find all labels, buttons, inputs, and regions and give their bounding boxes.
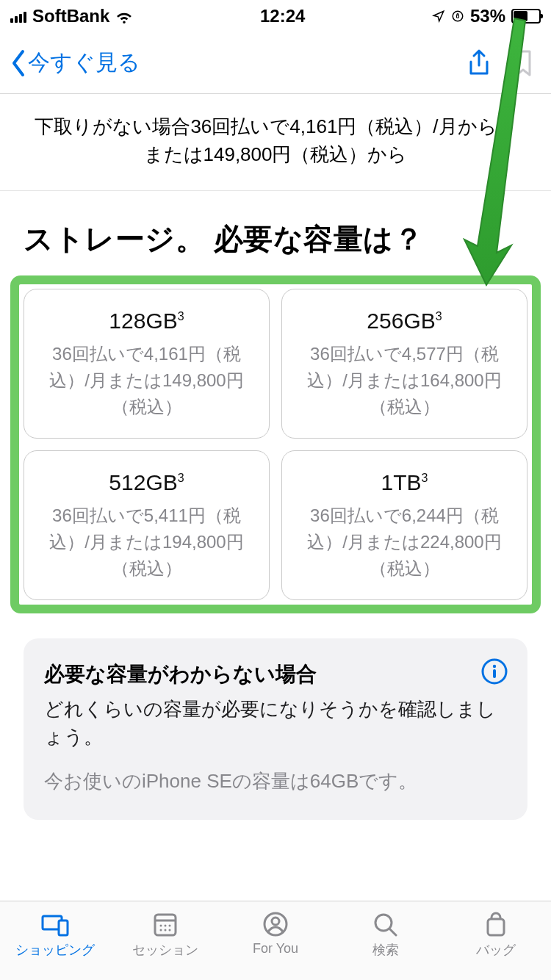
svg-point-14 <box>169 929 171 932</box>
status-left: SoftBank <box>10 6 133 26</box>
storage-help-panel[interactable]: 必要な容量がわからない場合 どれくらいの容量が必要になりそうかを確認しましょう。… <box>24 638 527 820</box>
back-label: 今すぐ見る <box>28 48 140 78</box>
rotation-lock-icon <box>451 10 464 23</box>
storage-capacity: 512GB <box>109 470 177 494</box>
info-icon <box>480 657 508 685</box>
battery-icon <box>511 9 541 24</box>
storage-option-1tb[interactable]: 1TB3 36回払いで6,244円（税込）/月または224,800円（税込） <box>281 450 527 600</box>
person-circle-icon <box>261 910 290 938</box>
pricing-banner: 下取りがない場合36回払いで4,161円（税込）/月から、または149,800円… <box>0 94 551 191</box>
status-bar: SoftBank 12:24 53% <box>0 0 551 32</box>
storage-footnote: 3 <box>436 310 442 323</box>
location-icon <box>432 10 445 23</box>
storage-option-256gb[interactable]: 256GB3 36回払いで4,577円（税込）/月または164,800円（税込） <box>281 289 527 439</box>
storage-desc: 36回払いで4,577円（税込）/月または164,800円（税込） <box>292 341 516 420</box>
chevron-left-icon <box>9 48 28 78</box>
tab-bag[interactable]: バッグ <box>441 910 551 959</box>
bag-icon <box>481 910 511 938</box>
status-time: 12:24 <box>260 6 305 26</box>
info-body: どれくらいの容量が必要になりそうかを確認しましょう。 <box>44 696 507 751</box>
calendar-icon <box>151 910 180 938</box>
storage-capacity: 256GB <box>367 309 435 333</box>
tab-label: セッション <box>132 941 198 959</box>
carrier-label: SoftBank <box>32 6 109 26</box>
cellular-signal-icon <box>10 10 26 23</box>
storage-footnote: 3 <box>178 310 184 323</box>
tab-for-you[interactable]: For You <box>220 910 331 956</box>
section-title: ストレージ。 必要な容量は？ <box>0 191 551 275</box>
wifi-icon <box>115 7 133 25</box>
share-icon[interactable] <box>466 48 492 78</box>
search-icon <box>371 910 400 938</box>
back-button[interactable]: 今すぐ見る <box>9 48 140 78</box>
storage-footnote: 3 <box>178 472 184 484</box>
storage-option-512gb[interactable]: 512GB3 36回払いで5,411円（税込）/月または194,800円（税込） <box>24 450 270 600</box>
tab-label: バッグ <box>476 941 516 959</box>
svg-point-3 <box>493 665 496 668</box>
storage-desc: 36回払いで6,244円（税込）/月または224,800円（税込） <box>292 502 516 582</box>
tab-shopping[interactable]: ショッピング <box>0 910 110 959</box>
svg-point-17 <box>375 915 392 931</box>
storage-footnote: 3 <box>422 472 428 484</box>
info-note: 今お使いのiPhone SEの容量は64GBです。 <box>44 768 507 796</box>
pricing-banner-text: 下取りがない場合36回払いで4,161円（税込）/月から、または149,800円… <box>35 115 516 165</box>
storage-option-128gb[interactable]: 128GB3 36回払いで4,161円（税込）/月または149,800円（税込） <box>24 289 270 439</box>
tab-label: For You <box>253 941 298 956</box>
tab-label: ショッピング <box>15 941 95 959</box>
section-title-bold: ストレージ。 <box>24 223 205 255</box>
tab-search[interactable]: 検索 <box>331 910 441 959</box>
svg-point-11 <box>169 925 171 927</box>
info-heading: 必要な容量がわからない場合 <box>44 660 507 688</box>
nav-actions <box>466 48 542 78</box>
nav-bar: 今すぐ見る <box>0 32 551 94</box>
svg-rect-6 <box>59 920 68 935</box>
svg-point-10 <box>165 925 167 927</box>
svg-rect-4 <box>493 669 496 678</box>
bookmark-icon[interactable] <box>510 48 536 78</box>
annotation-highlight-box: 128GB3 36回払いで4,161円（税込）/月または149,800円（税込）… <box>10 275 541 613</box>
battery-percent: 53% <box>470 6 505 26</box>
storage-desc: 36回払いで5,411円（税込）/月または194,800円（税込） <box>35 502 259 582</box>
status-right: 53% <box>432 6 541 26</box>
storage-desc: 36回払いで4,161円（税込）/月または149,800円（税込） <box>35 341 259 420</box>
svg-point-13 <box>165 929 167 932</box>
svg-point-16 <box>272 918 279 925</box>
tab-bar: ショッピング セッション For You 検索 バッグ <box>0 901 551 980</box>
section-title-rest: 必要な容量は？ <box>214 223 424 255</box>
tab-label: 検索 <box>372 941 399 959</box>
svg-rect-19 <box>488 919 504 935</box>
svg-point-12 <box>160 929 162 932</box>
svg-line-18 <box>390 929 396 935</box>
svg-point-9 <box>160 925 162 927</box>
devices-icon <box>40 910 70 938</box>
storage-capacity: 1TB <box>381 470 422 494</box>
storage-capacity: 128GB <box>109 309 177 333</box>
tab-session[interactable]: セッション <box>110 910 220 959</box>
storage-grid: 128GB3 36回払いで4,161円（税込）/月または149,800円（税込）… <box>24 289 527 600</box>
